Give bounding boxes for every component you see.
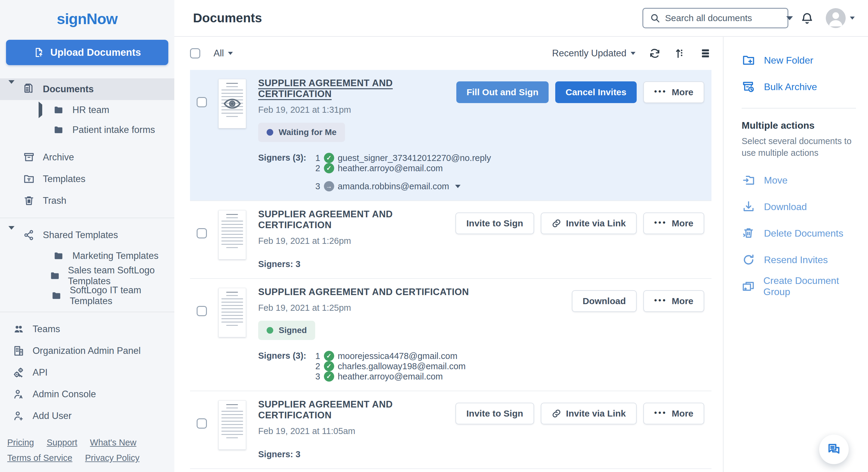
sidebar-item-trash[interactable]: Trash [0,190,174,211]
refresh-icon[interactable] [649,47,661,59]
cancel-invites-button[interactable]: Cancel Invites [555,81,637,103]
sidebar-item-documents[interactable]: Documents [0,78,174,100]
delete-documents-action[interactable]: Delete Documents [742,224,859,243]
create-document-group-action[interactable]: Create Document Group [742,277,859,296]
panel-divider [742,108,856,108]
privacy-policy-link[interactable]: Privacy Policy [85,453,140,463]
invite-via-link-button[interactable]: Invite via Link [541,212,637,234]
invite-to-sign-button[interactable]: Invite to Sign [456,403,534,425]
document-thumbnail[interactable] [218,79,246,128]
avatar[interactable] [826,8,846,28]
sidebar-item-templates[interactable]: Templates [0,168,174,190]
sidebar-item-shared-templates[interactable]: Shared Templates [0,224,174,246]
sidebar-item-softlogo-it-team-templates[interactable]: SoftLogo IT team Templates [0,286,174,306]
select-all-checkbox[interactable] [190,48,200,59]
folder-icon [53,105,65,115]
upload-documents-button[interactable]: Upload Documents [6,40,168,65]
account-menu[interactable] [826,8,855,28]
filter-all-dropdown[interactable]: All [214,48,233,59]
more-button[interactable]: •••More [643,81,704,103]
row-checkbox[interactable] [197,97,207,107]
chevron-down-icon[interactable] [850,16,855,20]
document-title[interactable]: SUPPLIER AGREEMENT AND CERTIFICATION [258,78,456,99]
list-view-icon[interactable] [700,47,711,59]
chevron-down-icon [228,52,233,55]
actions-panel: New Folder Bulk Archive Multiple actions… [723,37,868,472]
sidebar-item-label: Archive [43,152,74,163]
trash-icon [23,195,35,206]
sidebar-item-add-user[interactable]: Add User [0,405,174,427]
sidebar-item-patient-intake-forms[interactable]: Patient intake forms [0,120,174,140]
search-scope-caret-icon[interactable] [786,16,793,20]
sidebar-item-label: Add User [33,410,71,422]
download-action[interactable]: Download [742,197,859,216]
signer: 1 moorejessica4478@gmail.com [315,351,458,361]
sidebar-item-archive[interactable]: Archive [0,146,174,168]
new-folder-button[interactable]: New Folder [742,51,859,69]
sidebar-item-marketing-templates[interactable]: Marketing Templates [0,246,174,266]
document-thumbnail[interactable] [218,288,246,337]
document-thumbnail[interactable] [218,210,246,260]
document-title[interactable]: SUPPLIER AGREEMENT AND CERTIFICATION [258,399,456,421]
document-title[interactable]: SUPPLIER AGREEMENT AND CERTIFICATION [258,286,572,298]
add-user-icon [13,410,25,422]
whats-new-link[interactable]: What's New [90,438,136,447]
move-action[interactable]: Move [742,171,859,190]
bulk-archive-button[interactable]: Bulk Archive [742,78,859,96]
sidebar-item-sales-team-softlogo-templates[interactable]: Sales team SoftLogo Templates [0,266,174,286]
document-thumbnail[interactable] [218,400,246,450]
more-dots-icon: ••• [654,88,667,95]
sidebar-item-api[interactable]: API [0,362,174,383]
multiple-actions-hint: Select several documents to use multiple… [742,135,859,159]
sidebar-item-teams[interactable]: Teams [0,318,174,340]
resend-invites-action[interactable]: Resend Invites [742,250,859,269]
support-link[interactable]: Support [47,438,78,447]
download-button[interactable]: Download [572,290,637,312]
document-row[interactable]: SUPPLIER AGREEMENT AND CERTIFICATION Feb… [190,391,711,469]
sidebar-divider [0,217,174,218]
chevron-down-icon[interactable] [8,226,14,240]
sidebar-item-label: Teams [33,324,60,335]
new-folder-icon [742,54,755,67]
chat-support-button[interactable] [819,435,849,464]
status-dot [267,129,273,136]
document-row[interactable]: SUPPLIER AGREEMENT AND CERTIFICATION Feb… [190,469,711,472]
document-date: Feb 19, 2021 at 11:05am [258,426,456,436]
more-button[interactable]: •••More [643,212,704,234]
pricing-link[interactable]: Pricing [7,438,34,447]
sidebar-item-organization-admin-panel[interactable]: Organization Admin Panel [0,340,174,362]
sort-order-dropdown[interactable]: Recently Updated [552,48,636,59]
more-button[interactable]: •••More [643,290,704,312]
search-box[interactable] [642,8,788,28]
document-row[interactable]: SUPPLIER AGREEMENT AND CERTIFICATION Feb… [190,279,711,391]
fill-out-and-sign-button[interactable]: Fill Out and Sign [456,81,549,103]
sort-ascending-icon[interactable] [674,47,686,59]
search-input[interactable] [665,13,781,23]
document-title[interactable]: SUPPLIER AGREEMENT AND CERTIFICATION [258,209,456,231]
notifications-bell-icon[interactable] [801,11,814,25]
chat-bubbles-icon [827,442,841,457]
signer-email: guest_signer_373412012270@no.reply [338,153,491,163]
document-row[interactable]: SUPPLIER AGREEMENT AND CERTIFICATION Feb… [190,201,711,279]
row-checkbox[interactable] [197,228,207,238]
folder-icon [50,271,60,281]
signer-expand-caret-icon[interactable] [455,185,461,188]
more-button[interactable]: •••More [643,403,704,425]
sidebar-item-label: Shared Templates [43,230,118,240]
sidebar-footer: Pricing Support What's New Terms of Serv… [0,432,174,472]
chevron-right-icon[interactable] [39,102,42,118]
row-checkbox[interactable] [197,306,207,316]
sidebar-item-label: Patient intake forms [72,125,155,135]
signer-status-icon [324,181,334,191]
chevron-down-icon[interactable] [8,80,14,94]
page-title: Documents [193,11,262,25]
invite-via-link-button[interactable]: Invite via Link [541,403,637,425]
document-date: Feb 19, 2021 at 1:25pm [258,303,572,313]
invite-to-sign-button[interactable]: Invite to Sign [456,212,534,234]
sidebar-item-hr-team[interactable]: HR team [0,100,174,120]
terms-of-service-link[interactable]: Terms of Service [7,453,72,463]
document-row[interactable]: SUPPLIER AGREEMENT AND CERTIFICATION Feb… [190,70,711,201]
signer-email: heather.arroyo@email.com [338,163,443,173]
row-checkbox[interactable] [197,418,207,429]
sidebar-item-admin-console[interactable]: Admin Console [0,383,174,405]
